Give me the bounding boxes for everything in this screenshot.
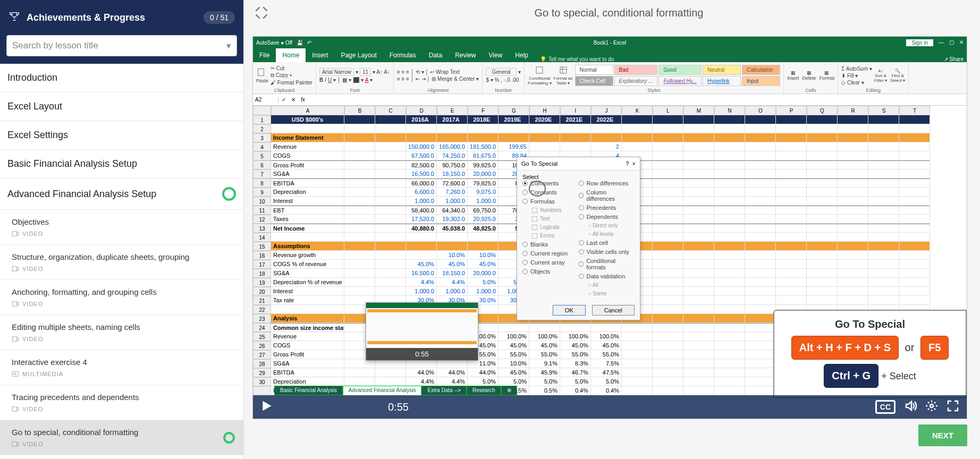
sidebar-item-type: VIDEO (12, 231, 233, 237)
sidebar-section[interactable]: Basic Financial Analysis Setup (0, 150, 243, 178)
sidebar-item[interactable]: ObjectivesVIDEO (0, 210, 243, 245)
cell (838, 178, 868, 188)
cell: 44.0% (406, 368, 437, 377)
cell: 45.0% (560, 341, 591, 350)
sheet-tab: Advanced Financial Analysis (343, 386, 422, 395)
cell (375, 206, 406, 215)
row-header: 12 (253, 215, 271, 224)
excel-ribbon: Paste✂ Cut⧉ Copy ▾🖌 Format PainterClipbo… (253, 62, 967, 94)
cell: 2021E (560, 115, 591, 124)
share-label: ↗ Share (944, 56, 964, 62)
radio-option: Comments (522, 180, 579, 186)
cell: 10.0% (437, 251, 468, 260)
cell (344, 169, 375, 178)
sidebar-section[interactable]: Excel Settings (0, 121, 243, 150)
cell: 1,000.0 (468, 197, 499, 206)
cell (653, 341, 683, 350)
row-header: 15 (253, 242, 271, 251)
trophy-icon (9, 11, 20, 24)
sidebar-item[interactable]: Editing multiple sheets, naming cellsVID… (0, 315, 243, 350)
cell: Analysis (271, 314, 344, 323)
cell: 10.0% (468, 251, 499, 260)
add-sheet-icon: ⊕ (501, 386, 517, 395)
signin-button: Sign in (906, 39, 933, 46)
cell (745, 142, 776, 151)
sidebar-item[interactable]: Interactive exercise 4MULTIMEDIA (0, 350, 243, 385)
cell (344, 115, 375, 124)
cell (868, 224, 899, 233)
ribbon-group: ≡ ≡ ≡ │ ⟲ ▾ │ ↩ Wrap Text≡ ≡ ≡ │ ⇤ ⇥ │ ⊞… (394, 62, 483, 94)
sidebar-section-open[interactable]: Advanced Financial Analysis Setup (0, 178, 243, 210)
video-seek-thumbnail: 0:55 (366, 302, 478, 361)
cell: EBT (271, 206, 344, 215)
search-input[interactable]: Search by lesson title ▾ (6, 35, 237, 56)
row-header: 26 (253, 341, 271, 350)
sidebar-item[interactable]: Anchoring, formatting, and grouping cell… (0, 280, 243, 315)
sidebar-item[interactable]: Tracing precedents and dependentsVIDEO (0, 385, 243, 420)
cell (714, 368, 745, 377)
page-title: Go to special, conditional formatting (268, 7, 969, 19)
cell (437, 124, 468, 133)
cell (807, 278, 838, 287)
cell (868, 296, 899, 305)
sidebar-item[interactable]: Go to special, conditional formattingVID… (0, 420, 243, 455)
cell (683, 206, 714, 215)
cell (344, 160, 375, 169)
cell (899, 233, 930, 242)
cell: 2019E (499, 115, 529, 124)
checkbox-option: Text (532, 216, 579, 222)
cell (868, 124, 899, 133)
search-wrap: Search by lesson title ▾ (0, 31, 243, 64)
row-header: 4 (253, 142, 271, 151)
cell (344, 224, 375, 233)
volume-icon[interactable] (904, 400, 917, 414)
cell (899, 206, 930, 215)
fullscreen-icon[interactable] (255, 6, 268, 20)
cell (653, 142, 683, 151)
fullscreen-button[interactable] (947, 400, 959, 414)
next-button[interactable]: NEXT (918, 424, 967, 446)
kbd-f5: F5 (920, 336, 949, 360)
cell (406, 233, 437, 242)
excel-tab: Page Layout (334, 48, 383, 62)
cell (714, 323, 745, 332)
video-player[interactable]: AutoSave ● Off 💾 ↶ Book1 - Excel Sign in… (252, 36, 967, 419)
cell: 17,520.0 (406, 215, 437, 224)
cell (714, 251, 745, 260)
cell (776, 287, 807, 296)
cell (653, 323, 683, 332)
col-header: O (745, 106, 776, 115)
svg-rect-2 (12, 302, 16, 306)
cell: Depreciation % of revenue (271, 278, 344, 287)
sidebar-section[interactable]: Introduction (0, 64, 243, 92)
cell (375, 169, 406, 178)
cell (807, 260, 838, 269)
fx-label: fx (301, 97, 305, 103)
cell (745, 124, 776, 133)
cell (807, 115, 838, 124)
sidebar-section[interactable]: Excel Layout (0, 92, 243, 121)
radio-option: Current array (522, 259, 579, 266)
cell (807, 296, 838, 305)
lesson-list: IntroductionExcel LayoutExcel SettingsBa… (0, 64, 243, 459)
captions-button[interactable]: CC (875, 400, 895, 414)
cell: 165,000.0 (437, 142, 468, 151)
cell: 55.0% (591, 350, 622, 359)
svg-rect-1 (12, 267, 16, 271)
sort-filter-icon: A↓Sort & Filter ▾ (874, 69, 887, 83)
cell (683, 350, 714, 359)
cell (714, 359, 745, 368)
cell: 9.1% (529, 359, 560, 368)
cell (899, 242, 930, 251)
sidebar-header: Achievements & Progress 0 / 51 (0, 0, 243, 31)
go-to-special-dialog: Go To Special? ×SelectCommentsConstantsF… (517, 157, 640, 320)
cell (653, 260, 683, 269)
play-button[interactable] (260, 400, 272, 414)
cell (344, 278, 375, 287)
settings-icon[interactable] (925, 400, 938, 414)
cell (653, 178, 683, 188)
cell: 4.4% (406, 377, 437, 386)
sidebar-item[interactable]: Structure, organization, duplicate sheet… (0, 245, 243, 280)
cell (807, 151, 838, 160)
cell (899, 133, 930, 142)
